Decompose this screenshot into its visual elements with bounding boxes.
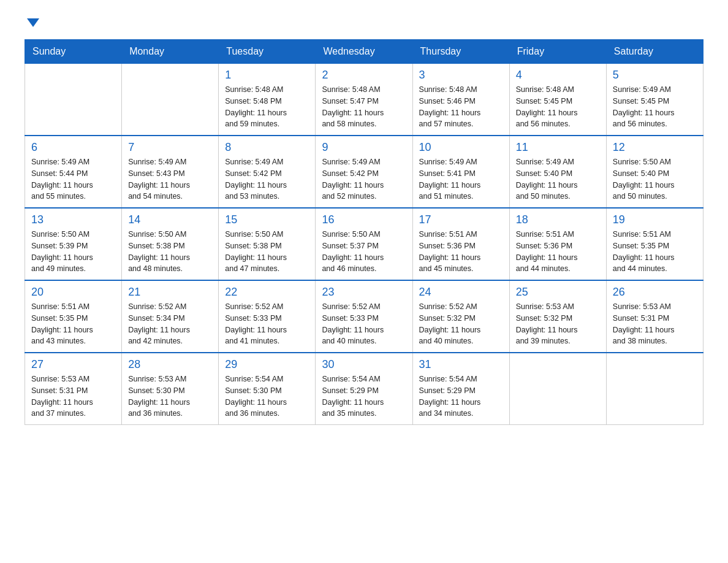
day-info: Sunrise: 5:52 AM Sunset: 5:32 PM Dayligh… bbox=[419, 301, 503, 347]
day-info: Sunrise: 5:49 AM Sunset: 5:43 PM Dayligh… bbox=[128, 156, 212, 202]
day-info: Sunrise: 5:52 AM Sunset: 5:33 PM Dayligh… bbox=[322, 301, 406, 347]
day-number: 19 bbox=[613, 213, 697, 226]
calendar-cell: 26Sunrise: 5:53 AM Sunset: 5:31 PM Dayli… bbox=[606, 280, 703, 353]
calendar-cell: 5Sunrise: 5:49 AM Sunset: 5:45 PM Daylig… bbox=[606, 64, 703, 136]
day-number: 9 bbox=[322, 141, 406, 154]
day-info: Sunrise: 5:48 AM Sunset: 5:47 PM Dayligh… bbox=[322, 84, 406, 130]
day-number: 3 bbox=[419, 69, 503, 82]
calendar-cell: 11Sunrise: 5:49 AM Sunset: 5:40 PM Dayli… bbox=[509, 136, 606, 208]
calendar-cell: 31Sunrise: 5:54 AM Sunset: 5:29 PM Dayli… bbox=[412, 353, 509, 425]
day-number: 14 bbox=[128, 213, 212, 226]
day-number: 27 bbox=[31, 358, 115, 371]
day-info: Sunrise: 5:51 AM Sunset: 5:36 PM Dayligh… bbox=[516, 229, 600, 275]
day-info: Sunrise: 5:53 AM Sunset: 5:31 PM Dayligh… bbox=[613, 301, 697, 347]
weekday-header-wednesday: Wednesday bbox=[316, 40, 412, 64]
page-header bbox=[25, 18, 703, 27]
weekday-header-sunday: Sunday bbox=[25, 40, 122, 64]
calendar-cell: 19Sunrise: 5:51 AM Sunset: 5:35 PM Dayli… bbox=[606, 208, 703, 280]
calendar-cell: 30Sunrise: 5:54 AM Sunset: 5:29 PM Dayli… bbox=[316, 353, 412, 425]
day-info: Sunrise: 5:51 AM Sunset: 5:36 PM Dayligh… bbox=[419, 229, 503, 275]
day-info: Sunrise: 5:50 AM Sunset: 5:40 PM Dayligh… bbox=[613, 156, 697, 202]
calendar-cell: 9Sunrise: 5:49 AM Sunset: 5:42 PM Daylig… bbox=[316, 136, 412, 208]
day-number: 12 bbox=[613, 141, 697, 154]
calendar-cell: 29Sunrise: 5:54 AM Sunset: 5:30 PM Dayli… bbox=[219, 353, 316, 425]
day-number: 10 bbox=[419, 141, 503, 154]
calendar-cell: 2Sunrise: 5:48 AM Sunset: 5:47 PM Daylig… bbox=[316, 64, 412, 136]
calendar-cell: 13Sunrise: 5:50 AM Sunset: 5:39 PM Dayli… bbox=[25, 208, 122, 280]
calendar-cell: 1Sunrise: 5:48 AM Sunset: 5:48 PM Daylig… bbox=[219, 64, 316, 136]
calendar-cell: 7Sunrise: 5:49 AM Sunset: 5:43 PM Daylig… bbox=[122, 136, 219, 208]
calendar-cell: 3Sunrise: 5:48 AM Sunset: 5:46 PM Daylig… bbox=[412, 64, 509, 136]
calendar-cell: 6Sunrise: 5:49 AM Sunset: 5:44 PM Daylig… bbox=[25, 136, 122, 208]
calendar-cell: 14Sunrise: 5:50 AM Sunset: 5:38 PM Dayli… bbox=[122, 208, 219, 280]
day-info: Sunrise: 5:49 AM Sunset: 5:41 PM Dayligh… bbox=[419, 156, 503, 202]
day-info: Sunrise: 5:54 AM Sunset: 5:29 PM Dayligh… bbox=[419, 373, 503, 419]
weekday-header-thursday: Thursday bbox=[412, 40, 509, 64]
day-info: Sunrise: 5:53 AM Sunset: 5:32 PM Dayligh… bbox=[516, 301, 600, 347]
day-number: 1 bbox=[225, 69, 309, 82]
day-number: 31 bbox=[419, 358, 503, 371]
calendar-cell: 25Sunrise: 5:53 AM Sunset: 5:32 PM Dayli… bbox=[509, 280, 606, 353]
day-number: 28 bbox=[128, 358, 212, 371]
day-number: 21 bbox=[128, 286, 212, 299]
day-info: Sunrise: 5:48 AM Sunset: 5:46 PM Dayligh… bbox=[419, 84, 503, 130]
day-info: Sunrise: 5:49 AM Sunset: 5:44 PM Dayligh… bbox=[31, 156, 115, 202]
day-number: 8 bbox=[225, 141, 309, 154]
day-number: 4 bbox=[516, 69, 600, 82]
weekday-header-row: SundayMondayTuesdayWednesdayThursdayFrid… bbox=[25, 40, 703, 64]
weekday-header-tuesday: Tuesday bbox=[219, 40, 316, 64]
day-number: 18 bbox=[516, 213, 600, 226]
calendar-cell: 8Sunrise: 5:49 AM Sunset: 5:42 PM Daylig… bbox=[219, 136, 316, 208]
day-info: Sunrise: 5:50 AM Sunset: 5:38 PM Dayligh… bbox=[225, 229, 309, 275]
day-number: 11 bbox=[516, 141, 600, 154]
day-info: Sunrise: 5:50 AM Sunset: 5:38 PM Dayligh… bbox=[128, 229, 212, 275]
day-number: 16 bbox=[322, 213, 406, 226]
weekday-header-friday: Friday bbox=[509, 40, 606, 64]
calendar-cell bbox=[25, 64, 122, 136]
calendar-cell: 18Sunrise: 5:51 AM Sunset: 5:36 PM Dayli… bbox=[509, 208, 606, 280]
calendar-week-row: 20Sunrise: 5:51 AM Sunset: 5:35 PM Dayli… bbox=[25, 280, 703, 353]
calendar-cell bbox=[122, 64, 219, 136]
day-info: Sunrise: 5:53 AM Sunset: 5:31 PM Dayligh… bbox=[31, 373, 115, 419]
day-info: Sunrise: 5:50 AM Sunset: 5:39 PM Dayligh… bbox=[31, 229, 115, 275]
day-info: Sunrise: 5:50 AM Sunset: 5:37 PM Dayligh… bbox=[322, 229, 406, 275]
day-info: Sunrise: 5:49 AM Sunset: 5:40 PM Dayligh… bbox=[516, 156, 600, 202]
calendar-cell: 28Sunrise: 5:53 AM Sunset: 5:30 PM Dayli… bbox=[122, 353, 219, 425]
day-info: Sunrise: 5:49 AM Sunset: 5:42 PM Dayligh… bbox=[322, 156, 406, 202]
calendar-week-row: 1Sunrise: 5:48 AM Sunset: 5:48 PM Daylig… bbox=[25, 64, 703, 136]
calendar-cell bbox=[509, 353, 606, 425]
day-number: 24 bbox=[419, 286, 503, 299]
calendar-cell bbox=[606, 353, 703, 425]
day-number: 5 bbox=[613, 69, 697, 82]
calendar-table: SundayMondayTuesdayWednesdayThursdayFrid… bbox=[25, 39, 703, 425]
calendar-cell: 23Sunrise: 5:52 AM Sunset: 5:33 PM Dayli… bbox=[316, 280, 412, 353]
day-number: 13 bbox=[31, 213, 115, 226]
day-number: 17 bbox=[419, 213, 503, 226]
calendar-cell: 15Sunrise: 5:50 AM Sunset: 5:38 PM Dayli… bbox=[219, 208, 316, 280]
calendar-cell: 20Sunrise: 5:51 AM Sunset: 5:35 PM Dayli… bbox=[25, 280, 122, 353]
day-info: Sunrise: 5:48 AM Sunset: 5:45 PM Dayligh… bbox=[516, 84, 600, 130]
day-info: Sunrise: 5:54 AM Sunset: 5:30 PM Dayligh… bbox=[225, 373, 309, 419]
logo bbox=[25, 18, 39, 27]
day-number: 30 bbox=[322, 358, 406, 371]
calendar-cell: 24Sunrise: 5:52 AM Sunset: 5:32 PM Dayli… bbox=[412, 280, 509, 353]
calendar-week-row: 27Sunrise: 5:53 AM Sunset: 5:31 PM Dayli… bbox=[25, 353, 703, 425]
day-info: Sunrise: 5:49 AM Sunset: 5:45 PM Dayligh… bbox=[613, 84, 697, 130]
day-number: 23 bbox=[322, 286, 406, 299]
day-info: Sunrise: 5:49 AM Sunset: 5:42 PM Dayligh… bbox=[225, 156, 309, 202]
calendar-cell: 4Sunrise: 5:48 AM Sunset: 5:45 PM Daylig… bbox=[509, 64, 606, 136]
weekday-header-monday: Monday bbox=[122, 40, 219, 64]
day-number: 26 bbox=[613, 286, 697, 299]
calendar-cell: 22Sunrise: 5:52 AM Sunset: 5:33 PM Dayli… bbox=[219, 280, 316, 353]
calendar-cell: 21Sunrise: 5:52 AM Sunset: 5:34 PM Dayli… bbox=[122, 280, 219, 353]
day-info: Sunrise: 5:52 AM Sunset: 5:34 PM Dayligh… bbox=[128, 301, 212, 347]
day-info: Sunrise: 5:52 AM Sunset: 5:33 PM Dayligh… bbox=[225, 301, 309, 347]
calendar-cell: 27Sunrise: 5:53 AM Sunset: 5:31 PM Dayli… bbox=[25, 353, 122, 425]
day-number: 2 bbox=[322, 69, 406, 82]
day-number: 6 bbox=[31, 141, 115, 154]
calendar-cell: 10Sunrise: 5:49 AM Sunset: 5:41 PM Dayli… bbox=[412, 136, 509, 208]
calendar-cell: 16Sunrise: 5:50 AM Sunset: 5:37 PM Dayli… bbox=[316, 208, 412, 280]
day-info: Sunrise: 5:51 AM Sunset: 5:35 PM Dayligh… bbox=[613, 229, 697, 275]
day-info: Sunrise: 5:53 AM Sunset: 5:30 PM Dayligh… bbox=[128, 373, 212, 419]
calendar-week-row: 13Sunrise: 5:50 AM Sunset: 5:39 PM Dayli… bbox=[25, 208, 703, 280]
